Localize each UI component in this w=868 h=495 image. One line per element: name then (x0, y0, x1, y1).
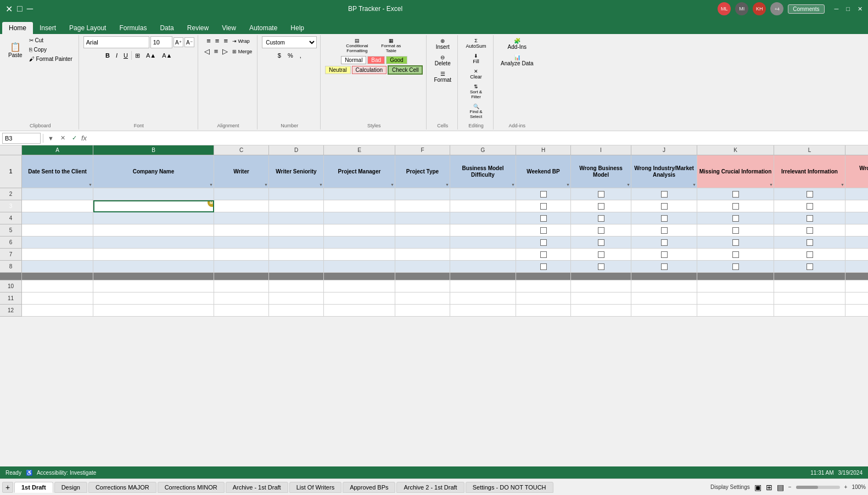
cell-m3[interactable] (845, 200, 868, 212)
dropdown-arrow-e[interactable]: ▼ (390, 183, 394, 187)
cell-g10[interactable] (450, 280, 516, 292)
col-header-j[interactable]: J (631, 145, 697, 155)
cell-i11[interactable] (571, 292, 631, 305)
checkbox-k5[interactable] (732, 227, 739, 234)
normal-view-icon[interactable]: ▣ (754, 483, 761, 492)
percent-btn[interactable]: % (285, 49, 296, 61)
comments-button[interactable]: Comments (788, 4, 824, 14)
fx-expand-btn[interactable]: ▼ (46, 135, 56, 142)
cell-k2[interactable] (697, 188, 774, 200)
fill-color-button[interactable]: A▲ (143, 49, 159, 61)
style-good[interactable]: Good (386, 56, 407, 64)
dropdown-arrow-h[interactable]: ▼ (566, 183, 570, 187)
clear-btn[interactable]: ✕ Clear (467, 67, 485, 81)
cell-f6[interactable] (395, 237, 450, 249)
cell-g4[interactable] (450, 212, 516, 224)
cell-j2[interactable] (631, 188, 697, 200)
border-button[interactable]: ⊞ (132, 49, 143, 61)
cell-f2[interactable] (395, 188, 450, 200)
cell-f7[interactable] (395, 249, 450, 261)
cell-c5[interactable] (214, 224, 269, 237)
cell-i8[interactable] (571, 261, 631, 273)
cell-m2[interactable] (845, 188, 868, 200)
cell-g11[interactable] (450, 292, 516, 305)
checkbox-h6[interactable] (540, 239, 547, 246)
checkbox-l4[interactable] (807, 215, 813, 222)
cell-a10[interactable] (22, 280, 93, 292)
col-header-a[interactable]: A (22, 145, 93, 155)
cell-g7[interactable] (450, 249, 516, 261)
checkbox-h3[interactable] (540, 203, 547, 210)
cell-h8[interactable] (516, 261, 571, 273)
cancel-icon[interactable]: ✕ (58, 134, 68, 142)
style-bad[interactable]: Bad (367, 56, 385, 64)
col-header-d[interactable]: D (269, 145, 324, 155)
row-num-8[interactable]: 8 (0, 261, 22, 273)
col-header-b[interactable]: B (93, 145, 214, 155)
cell-l7[interactable] (774, 249, 845, 261)
cell-l8[interactable] (774, 261, 845, 273)
cell-l4[interactable] (774, 212, 845, 224)
cell-d2[interactable] (269, 188, 324, 200)
tab-home[interactable]: Home (2, 22, 33, 34)
cell-c2[interactable] (214, 188, 269, 200)
checkbox-i3[interactable] (598, 203, 604, 210)
minimize-btn[interactable]: ─ (835, 5, 839, 12)
row-num-4[interactable]: 4 (0, 212, 22, 224)
cell-h4[interactable] (516, 212, 571, 224)
cell-e11[interactable] (324, 292, 395, 305)
cell-b2[interactable] (93, 188, 214, 200)
cell-f12[interactable] (395, 305, 450, 317)
font-size-decrease-btn[interactable]: A⁻ (184, 37, 194, 47)
cell-f5[interactable] (395, 224, 450, 237)
maximize-btn[interactable]: □ (846, 5, 850, 12)
merge-center-btn[interactable]: ⊞ Merge (231, 48, 254, 55)
align-left-btn[interactable]: ◁ (203, 47, 211, 56)
tab-data[interactable]: Data (153, 22, 180, 34)
checkbox-i6[interactable] (598, 239, 604, 246)
cell-h11[interactable] (516, 292, 571, 305)
comma-btn[interactable]: , (297, 49, 304, 61)
checkbox-j8[interactable] (661, 263, 668, 270)
dropdown-arrow-l[interactable]: ▼ (841, 183, 844, 187)
cell-d12[interactable] (269, 305, 324, 317)
tab-page-layout[interactable]: Page Layout (63, 22, 113, 34)
checkbox-l8[interactable] (807, 263, 813, 270)
display-settings[interactable]: Display Settings (710, 484, 750, 490)
cell-f10[interactable] (395, 280, 450, 292)
checkbox-k3[interactable] (732, 203, 739, 210)
sheet-tab-settings[interactable]: Settings - DO NOT TOUCH (466, 482, 553, 493)
insert-btn[interactable]: ⊕ Insert (433, 36, 452, 52)
cell-e7[interactable] (324, 249, 395, 261)
cell-h3[interactable] (516, 200, 571, 212)
cell-i5[interactable] (571, 224, 631, 237)
cell-b8[interactable] (93, 261, 214, 273)
cell-l12[interactable] (774, 305, 845, 317)
tab-formulas[interactable]: Formulas (113, 22, 153, 34)
cell-i3[interactable] (571, 200, 631, 212)
sheet-tab-design[interactable]: Design (54, 482, 87, 493)
style-check-cell[interactable]: Check Cell (388, 65, 423, 75)
cell-a5[interactable] (22, 224, 93, 237)
cell-c11[interactable] (214, 292, 269, 305)
bold-button[interactable]: B (103, 49, 113, 61)
cell-h7[interactable] (516, 249, 571, 261)
cell-i4[interactable] (571, 212, 631, 224)
align-top-center-btn[interactable]: ≡ (214, 36, 221, 46)
sheet-tab-archive-2nd[interactable]: Archive 2 - 1st Draft (396, 482, 464, 493)
cell-e4[interactable] (324, 212, 395, 224)
cell-a12[interactable] (22, 305, 93, 317)
formula-input[interactable] (89, 134, 866, 142)
cell-c8[interactable] (214, 261, 269, 273)
cell-a11[interactable] (22, 292, 93, 305)
cell-j8[interactable] (631, 261, 697, 273)
cell-a4[interactable] (22, 212, 93, 224)
format-painter-button[interactable]: 🖌 Format Painter (26, 55, 75, 63)
cell-c3[interactable] (214, 200, 269, 212)
sheet-tab-corrections-minor[interactable]: Corrections MINOR (158, 482, 225, 493)
sheet-tab-1st-draft[interactable]: 1st Draft (14, 482, 53, 493)
col-header-g[interactable]: G (450, 145, 516, 155)
row-num-1[interactable]: 1 (0, 155, 22, 188)
page-layout-view-icon[interactable]: ⊞ (766, 483, 772, 492)
cell-j4[interactable] (631, 212, 697, 224)
